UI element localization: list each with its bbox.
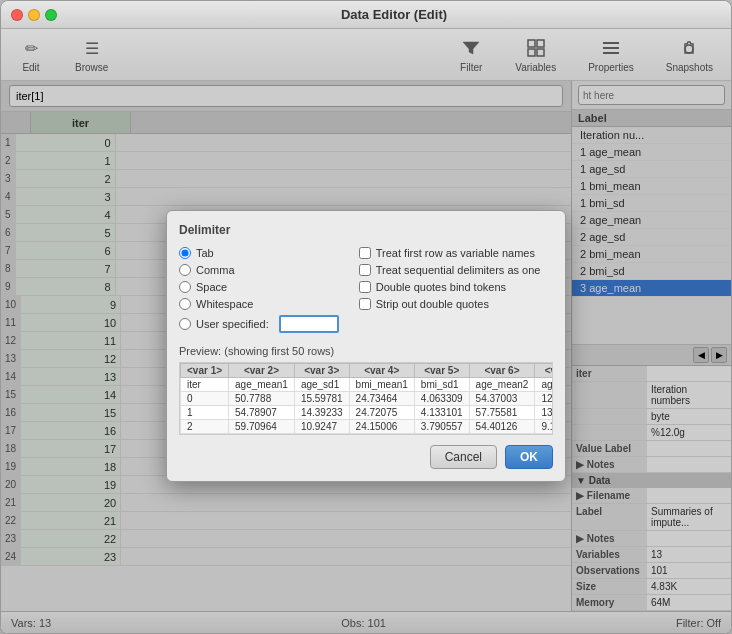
preview-cell: 59.70964 [229, 420, 295, 434]
preview-cell: 4.063309 [414, 392, 469, 406]
preview-cell: 12.5254 [535, 392, 553, 406]
svg-rect-6 [603, 52, 619, 54]
toolbar-properties-label: Properties [588, 62, 634, 73]
preview-row: iterage_mean1age_sd1bmi_mean1bmi_sd1age_… [181, 378, 554, 392]
radio-tab-input[interactable] [179, 247, 191, 259]
preview-col-header: <var 3> [294, 364, 349, 378]
toolbar-properties[interactable]: Properties [580, 32, 642, 77]
preview-cell: 24.15006 [349, 420, 414, 434]
preview-cell: 2 [181, 420, 229, 434]
radio-comma-input[interactable] [179, 264, 191, 276]
preview-cell: iter [181, 378, 229, 392]
status-filter: Filter: Off [676, 617, 721, 629]
preview-cell: 54.78907 [229, 406, 295, 420]
delimiter-dialog: Delimiter Tab Comma Space [166, 210, 566, 482]
preview-cell: age_sd1 [294, 378, 349, 392]
toolbar-filter[interactable]: Filter [451, 32, 491, 77]
preview-cell: 4.133101 [414, 406, 469, 420]
edit-icon: ✏ [19, 36, 43, 60]
user-specified-text[interactable] [279, 315, 339, 333]
preview-row: 154.7890714.3923324.720754.13310157.7558… [181, 406, 554, 420]
filter-icon [459, 36, 483, 60]
preview-cell: 10.9247 [294, 420, 349, 434]
check-double-quotes-input[interactable] [359, 281, 371, 293]
preview-cell: 9.10561 [535, 420, 553, 434]
radio-comma[interactable]: Comma [179, 264, 339, 276]
radio-user-input[interactable] [179, 318, 191, 330]
svg-point-7 [685, 45, 693, 53]
svg-rect-5 [603, 47, 619, 49]
preview-col-header: <var 2> [229, 364, 295, 378]
check-strip-double-label: Strip out double quotes [376, 298, 489, 310]
preview-cell: 15.59781 [294, 392, 349, 406]
radio-user-label: User specified: [196, 318, 269, 330]
preview-cell: age_mean1 [229, 378, 295, 392]
radio-user-specified[interactable]: User specified: [179, 315, 339, 333]
preview-cell: 24.73464 [349, 392, 414, 406]
preview-row: 050.778815.5978124.734644.06330954.37003… [181, 392, 554, 406]
svg-rect-0 [528, 40, 535, 47]
main-window: Data Editor (Edit) ✏ Edit ☰ Browse Filte… [0, 0, 732, 634]
toolbar: ✏ Edit ☰ Browse Filter Variables [1, 29, 731, 81]
toolbar-edit[interactable]: ✏ Edit [11, 32, 51, 77]
radio-whitespace-input[interactable] [179, 298, 191, 310]
toolbar-variables-label: Variables [515, 62, 556, 73]
preview-cell: 1 [181, 406, 229, 420]
toolbar-snapshots[interactable]: Snapshots [658, 32, 721, 77]
cancel-button[interactable]: Cancel [430, 445, 497, 469]
preview-section: Preview: (showing first 50 rows) <var 1>… [179, 345, 553, 435]
toolbar-filter-label: Filter [460, 62, 482, 73]
preview-table-wrap[interactable]: <var 1><var 2><var 3><var 4><var 5><var … [179, 362, 553, 435]
preview-col-header: <var 4> [349, 364, 414, 378]
preview-col-header: <var 5> [414, 364, 469, 378]
preview-table: <var 1><var 2><var 3><var 4><var 5><var … [180, 363, 553, 434]
svg-rect-3 [537, 49, 544, 56]
toolbar-variables[interactable]: Variables [507, 32, 564, 77]
radio-whitespace[interactable]: Whitespace [179, 298, 339, 310]
snapshots-icon [677, 36, 701, 60]
check-sequential-input[interactable] [359, 264, 371, 276]
maximize-button[interactable] [45, 9, 57, 21]
toolbar-snapshots-label: Snapshots [666, 62, 713, 73]
radio-space[interactable]: Space [179, 281, 339, 293]
toolbar-edit-label: Edit [22, 62, 39, 73]
preview-cell: 54.40126 [469, 420, 535, 434]
preview-cell: 0 [181, 392, 229, 406]
dialog-title: Delimiter [179, 223, 553, 237]
browse-icon: ☰ [80, 36, 104, 60]
radio-space-input[interactable] [179, 281, 191, 293]
preview-col-header: <var 1> [181, 364, 229, 378]
check-first-row-label: Treat first row as variable names [376, 247, 535, 259]
radio-whitespace-label: Whitespace [196, 298, 253, 310]
toolbar-browse[interactable]: ☰ Browse [67, 32, 116, 77]
preview-cell: 50.7788 [229, 392, 295, 406]
radio-tab-label: Tab [196, 247, 214, 259]
check-first-row-input[interactable] [359, 247, 371, 259]
check-sequential[interactable]: Treat sequential delimiters as one [359, 264, 541, 276]
close-button[interactable] [11, 9, 23, 21]
preview-cell: 54.37003 [469, 392, 535, 406]
minimize-button[interactable] [28, 9, 40, 21]
modal-buttons: Cancel OK [179, 445, 553, 469]
preview-cell: bmi_sd1 [414, 378, 469, 392]
svg-rect-2 [528, 49, 535, 56]
statusbar: Vars: 13 Obs: 101 Filter: Off [1, 611, 731, 633]
radio-comma-label: Comma [196, 264, 235, 276]
radio-space-label: Space [196, 281, 227, 293]
check-strip-double-input[interactable] [359, 298, 371, 310]
check-first-row[interactable]: Treat first row as variable names [359, 247, 541, 259]
check-double-quotes-label: Double quotes bind tokens [376, 281, 506, 293]
radio-tab[interactable]: Tab [179, 247, 339, 259]
preview-col-header: <var 6> [469, 364, 535, 378]
preview-cell: bmi_mean1 [349, 378, 414, 392]
preview-cell: 57.75581 [469, 406, 535, 420]
check-strip-double[interactable]: Strip out double quotes [359, 298, 541, 310]
status-vars: Vars: 13 [11, 617, 51, 629]
delimiter-section: Tab Comma Space Whitespace [179, 247, 553, 333]
preview-title: Preview: (showing first 50 rows) [179, 345, 553, 357]
svg-rect-1 [537, 40, 544, 47]
preview-cell: age_mean2 [469, 378, 535, 392]
ok-button[interactable]: OK [505, 445, 553, 469]
check-double-quotes[interactable]: Double quotes bind tokens [359, 281, 541, 293]
delimiter-left: Tab Comma Space Whitespace [179, 247, 339, 333]
